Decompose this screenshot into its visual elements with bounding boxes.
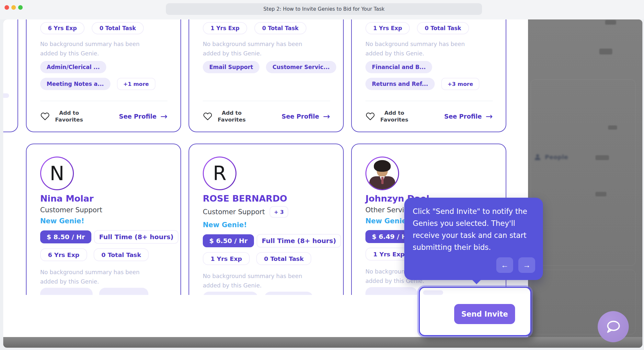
tour-highlight-box: Send Invite (419, 287, 531, 336)
tooltip-caret (471, 279, 482, 284)
favorites-label: Favorites (380, 117, 408, 123)
add-to-favorites-button[interactable]: Add toFavorites (203, 110, 246, 123)
genie-role: Other Servic (365, 206, 408, 214)
genie-card-partial (3, 19, 18, 132)
add-to-label: Add to (384, 110, 404, 116)
skill-tag-clipped (3, 93, 9, 98)
dimmed-ui-element (605, 20, 616, 25)
genie-role: Customer Support (203, 208, 265, 216)
availability-badge: Full Time (8+ hours) (257, 234, 341, 248)
people-icon (535, 154, 541, 160)
chat-fab-button[interactable] (598, 311, 629, 342)
skill-tag: Financial and B... (365, 61, 432, 73)
skill-tag-clipped (99, 288, 148, 295)
avatar: N (40, 157, 74, 190)
background-summary: No background summary has been added by … (40, 268, 141, 286)
see-profile-label: See Profile (282, 113, 319, 120)
skill-tag: Email Support (203, 61, 259, 73)
see-profile-link[interactable]: See Profile → (119, 113, 167, 120)
close-window-button[interactable] (5, 5, 9, 10)
background-summary: No background summary has been added by … (203, 272, 304, 290)
dimmed-ui-element (595, 192, 606, 196)
total-task-badge: 0 Total Task (92, 22, 144, 34)
background-summary: No background summary has been added by … (203, 40, 304, 58)
genie-role: Customer Support (40, 206, 102, 214)
experience-badge: 6 Yrs Exp (40, 248, 87, 261)
see-profile-label: See Profile (444, 113, 482, 120)
genie-card: N Nina Molar Customer Support New Genie!… (26, 144, 181, 295)
app-content: 6 Yrs Exp 0 Total Task No background sum… (3, 19, 642, 348)
window-title: Step 2: How to Invite Genies to Bid for … (166, 3, 482, 15)
send-invite-button[interactable]: Send Invite (454, 304, 515, 324)
avatar-initial: N (50, 162, 64, 185)
see-profile-link[interactable]: See Profile → (444, 113, 493, 120)
favorites-label: Favorites (218, 117, 246, 123)
dimmed-people-row: People (535, 154, 568, 160)
new-genie-badge: New Genie! (40, 217, 167, 225)
more-tags-button[interactable]: +3 more (441, 78, 480, 90)
genie-name: Nina Molar (40, 193, 167, 204)
skill-tag: Meeting Notes a... (40, 78, 110, 90)
tour-prev-button[interactable]: ← (496, 257, 513, 273)
background-summary: No background summary has been added by … (365, 40, 466, 58)
dimmed-ui-element (608, 125, 617, 130)
experience-badge: 6 Yrs Exp (40, 22, 85, 34)
skill-tag-clipped (264, 292, 313, 295)
tour-tooltip: Click "Send Invite" to notify the Genies… (404, 198, 543, 280)
skill-tag-clipped (203, 292, 258, 295)
minimize-window-button[interactable] (11, 5, 16, 10)
genie-card: R ROSE BERNARDO Customer Support + 3 New… (189, 144, 344, 295)
window-controls (5, 5, 23, 10)
experience-badge: 1 Yrs Exp (203, 22, 247, 34)
genie-name: ROSE BERNARDO (203, 193, 330, 204)
zoom-window-button[interactable] (18, 5, 23, 10)
add-to-label: Add to (59, 110, 79, 116)
avatar-initial: R (213, 162, 226, 185)
chat-bubble-icon (604, 319, 622, 335)
heart-icon (40, 112, 50, 121)
arrow-right-icon: → (323, 113, 330, 120)
arrow-right-icon: → (160, 113, 167, 120)
genie-card: 1 Yrs Exp 0 Total Task No background sum… (351, 19, 506, 132)
experience-badge: 1 Yrs Exp (365, 22, 410, 34)
arrow-right-icon: → (486, 113, 493, 120)
add-to-label: Add to (222, 110, 241, 116)
avatar-photo (365, 157, 399, 190)
skill-tag: Customer Servic... (266, 61, 336, 73)
skill-tag: Returns and Ref... (365, 78, 435, 90)
hourly-rate-badge: $ 6.50 / Hr (203, 234, 254, 247)
genie-card: 1 Yrs Exp 0 Total Task No background sum… (189, 19, 344, 132)
total-task-badge: 0 Total Task (94, 248, 149, 261)
genie-card: 6 Yrs Exp 0 Total Task No background sum… (26, 19, 181, 132)
heart-icon (365, 112, 375, 121)
avatar: R (203, 157, 236, 190)
arrow-right-icon: → (523, 261, 531, 270)
tour-tooltip-text: Click "Send Invite" to notify the Genies… (413, 205, 536, 253)
skill-tag-clipped (40, 288, 93, 295)
dimmed-ui-element (599, 49, 612, 54)
more-roles-button[interactable]: + 3 (270, 206, 288, 218)
arrow-left-icon: ← (501, 261, 509, 270)
dimmed-background-bottom (3, 337, 642, 347)
total-task-badge: 0 Total Task (417, 22, 469, 34)
dimmed-background-right (528, 19, 642, 348)
skill-tag: Admin/Clerical ... (40, 61, 106, 73)
total-task-badge: 0 Total Task (254, 22, 306, 34)
add-to-favorites-button[interactable]: Add toFavorites (40, 110, 83, 123)
see-profile-link[interactable]: See Profile → (282, 113, 330, 120)
people-label: People (545, 154, 568, 160)
heart-icon (203, 112, 213, 121)
window-titlebar: Step 2: How to Invite Genies to Bid for … (0, 0, 644, 19)
favorites-label: Favorites (55, 117, 83, 123)
add-to-favorites-button[interactable]: Add toFavorites (365, 110, 408, 123)
hourly-rate-badge: $ 8.50 / Hr (40, 230, 91, 243)
skill-tag-clipped (423, 290, 443, 295)
more-tags-button[interactable]: +1 more (117, 78, 155, 90)
availability-badge: Full Time (8+ hours) (94, 230, 178, 244)
total-task-badge: 0 Total Task (256, 252, 311, 265)
background-summary: No background summary has been added by … (40, 40, 141, 58)
tour-next-button[interactable]: → (518, 257, 535, 273)
see-profile-label: See Profile (119, 113, 156, 120)
dimmed-ui-element (595, 155, 609, 160)
skill-tag-clipped (365, 287, 417, 295)
